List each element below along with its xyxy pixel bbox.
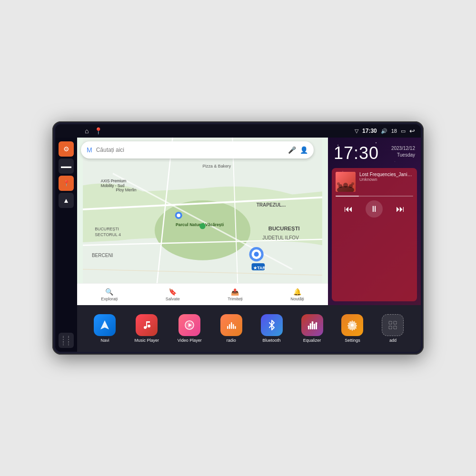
svg-text:JUDEȚUL ILFOV: JUDEȚUL ILFOV <box>262 235 299 240</box>
play-pause-button[interactable]: ⏸ <box>366 200 383 218</box>
settings-label: Settings <box>345 338 360 343</box>
music-player-icon <box>136 314 158 336</box>
sidebar-item-location[interactable]: 📍 <box>59 176 74 191</box>
svg-point-56 <box>315 322 317 324</box>
album-art-image <box>336 172 356 192</box>
svg-point-34 <box>351 182 354 185</box>
svg-point-18 <box>199 223 206 229</box>
navi-icon <box>94 314 116 336</box>
prev-button[interactable]: ⏮ <box>340 200 357 218</box>
clock-widget: 17:30 2023/12/12 Tuesday <box>332 141 417 165</box>
clock-display: 17:30 <box>334 143 379 163</box>
map-bottom-send[interactable]: 📤 Trimiteți <box>228 288 243 301</box>
clock-time: 17:30 <box>334 143 379 163</box>
svg-rect-50 <box>314 325 315 329</box>
svg-point-37 <box>148 325 150 327</box>
sidebar-item-navigation[interactable]: ▲ <box>59 193 74 208</box>
status-bar-left: ⌂ 📍 <box>61 127 102 135</box>
news-icon: 🔔 <box>293 288 301 296</box>
mic-icon[interactable]: 🎤 <box>288 146 296 154</box>
svg-point-54 <box>311 321 313 323</box>
device: ⌂ 📍 ▽ 17:30 🔊 18 ▭ ↩ ⚙ ▬▬ 📍 ▲ ⋮⋮⋮⋮ <box>52 121 424 355</box>
svg-point-33 <box>337 182 340 185</box>
music-title: Lost Frequencies_Janie... <box>359 172 413 177</box>
sidebar: ⚙ ▬▬ 📍 ▲ ⋮⋮⋮⋮ <box>55 138 77 352</box>
svg-rect-58 <box>389 321 392 324</box>
music-player-label: Music Player <box>134 338 159 343</box>
app-equalizer[interactable]: Equalizer <box>301 314 323 343</box>
map-search-bar[interactable]: M Căutați aici 🎤 👤 <box>81 141 314 159</box>
svg-rect-59 <box>394 321 397 324</box>
send-label: Trimiteți <box>228 297 243 301</box>
music-info: Lost Frequencies_Janie... Unknown <box>336 172 413 192</box>
map-container[interactable]: TRAPEZUL... BUCUREȘTI JUDEȚUL ILFOV BUCU… <box>77 138 328 305</box>
add-icon <box>382 314 404 336</box>
app-navi[interactable]: Navi <box>94 314 116 343</box>
app-bluetooth[interactable]: Bluetooth <box>261 314 283 343</box>
next-button[interactable]: ⏭ <box>392 200 409 218</box>
send-icon: 📤 <box>231 288 239 296</box>
svg-text:Mobility - Sud: Mobility - Sud <box>101 184 125 188</box>
svg-point-53 <box>309 323 311 325</box>
map-bottom-news[interactable]: 🔔 Noutăți <box>290 288 304 301</box>
clock-date: 2023/12/12 Tuesday <box>391 143 415 159</box>
music-progress-bar <box>336 196 413 197</box>
svg-text:TRAPEZUL...: TRAPEZUL... <box>257 202 286 208</box>
svg-rect-49 <box>312 323 313 329</box>
music-text: Lost Frequencies_Janie... Unknown <box>359 172 413 182</box>
svg-text:BERCENI: BERCENI <box>92 253 113 258</box>
svg-rect-39 <box>146 321 150 323</box>
maps-nav-icon[interactable]: 📍 <box>94 127 102 135</box>
clock-date-day: Tuesday <box>391 152 415 159</box>
add-label: add <box>389 338 397 343</box>
album-art <box>336 172 356 192</box>
account-icon[interactable]: 👤 <box>300 146 308 154</box>
svg-text:BUCUREȘTI: BUCUREȘTI <box>95 227 119 231</box>
svg-text:SECTORUL 4: SECTORUL 4 <box>95 232 121 237</box>
app-add[interactable]: add <box>382 314 404 343</box>
svg-rect-60 <box>389 326 392 329</box>
svg-point-17 <box>177 214 180 218</box>
equalizer-label: Equalizer <box>303 338 321 343</box>
bluetooth-icon <box>261 314 283 336</box>
battery-icon: ▭ <box>401 128 406 134</box>
video-player-label: Video Player <box>178 338 202 343</box>
svg-text:BUCUREȘTI: BUCUREȘTI <box>268 226 300 231</box>
app-settings[interactable]: Settings <box>341 314 363 343</box>
sidebar-item-apps-grid[interactable]: ⋮⋮⋮⋮ <box>59 333 74 348</box>
svg-text:★TAR: ★TAR <box>253 266 266 270</box>
app-video-player[interactable]: Video Player <box>178 314 202 343</box>
svg-rect-46 <box>235 326 236 329</box>
svg-point-21 <box>254 252 259 257</box>
map-bottom-explore[interactable]: 🔍 Explorați <box>101 288 118 301</box>
svg-point-55 <box>313 324 315 326</box>
saved-icon: 🔖 <box>169 288 177 296</box>
svg-rect-45 <box>233 324 234 329</box>
svg-rect-42 <box>227 326 228 329</box>
clock-date-year: 2023/12/12 <box>391 145 415 152</box>
home-nav-icon[interactable]: ⌂ <box>85 127 89 135</box>
back-icon[interactable]: ↩ <box>409 127 415 135</box>
music-controls: ⏮ ⏸ ⏭ <box>336 200 413 218</box>
video-player-icon <box>178 314 200 336</box>
sidebar-item-files[interactable]: ▬▬ <box>59 159 74 174</box>
svg-rect-44 <box>231 322 232 329</box>
right-panel: 17:30 2023/12/12 Tuesday <box>328 138 421 305</box>
wifi-icon: ▽ <box>355 128 358 134</box>
music-widget: Lost Frequencies_Janie... Unknown ⏮ ⏸ ⏭ <box>332 168 417 301</box>
app-music-player[interactable]: Music Player <box>134 314 159 343</box>
sidebar-item-settings[interactable]: ⚙ <box>59 141 74 157</box>
map-bottom-saved[interactable]: 🔖 Salvate <box>166 288 180 301</box>
main-area: ⚙ ▬▬ 📍 ▲ ⋮⋮⋮⋮ <box>55 138 421 352</box>
status-time: 17:30 <box>362 128 377 134</box>
svg-text:AXIS Premium: AXIS Premium <box>101 179 127 183</box>
svg-text:Pizza & Bakery: Pizza & Bakery <box>202 164 231 169</box>
app-radio[interactable]: radio <box>220 314 242 343</box>
top-row: TRAPEZUL... BUCUREȘTI JUDEȚUL ILFOV BUCU… <box>77 138 421 305</box>
explore-label: Explorați <box>101 297 118 301</box>
bluetooth-label: Bluetooth <box>263 338 281 343</box>
svg-text:Ploy Merlin: Ploy Merlin <box>116 188 137 192</box>
content-area: TRAPEZUL... BUCUREȘTI JUDEȚUL ILFOV BUCU… <box>77 138 421 352</box>
music-artist: Unknown <box>359 177 413 182</box>
svg-rect-61 <box>394 326 397 329</box>
